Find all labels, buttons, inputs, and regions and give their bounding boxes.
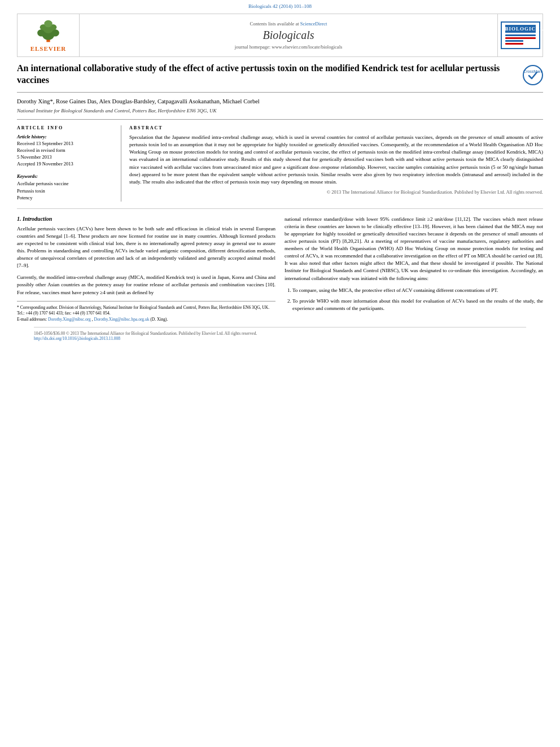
footnote-email: E-mail addresses: Dorothy.Xing@nibsc.org… <box>17 317 275 323</box>
journal-header: ELSEVIER Contents lists available at Sci… <box>17 14 543 57</box>
journal-badge-area: BIOLOGICALS <box>497 14 542 56</box>
footnote-email-link-2[interactable]: Dorothy.Xing@nibsc.hpa.org.uk <box>94 317 150 322</box>
doi-link[interactable]: http://dx.doi.org/10.1016/j.biologicals.… <box>34 336 526 341</box>
received-date: Received 13 September 2013 <box>17 141 113 147</box>
svg-point-8 <box>523 65 542 85</box>
crossmark-badge: CrossMark <box>523 65 543 85</box>
body-two-col: 1. Introduction Acellular pertussis vacc… <box>17 216 543 322</box>
citation-text: Biologicals 42 (2014) 101–108 <box>248 3 312 9</box>
bottom-bar: 1045-1056/$36.00 © 2013 The Internationa… <box>34 327 526 341</box>
badge-label: BIOLOGICALS <box>505 25 536 33</box>
abstract-label: ABSTRACT <box>129 125 543 130</box>
svg-text:CrossMark: CrossMark <box>523 69 542 73</box>
article-info-label: ARTICLE INFO <box>17 125 113 130</box>
keywords-block: Keywords: Acellular pertussis vaccine Pe… <box>17 173 113 202</box>
history-label: Article history: <box>17 134 113 139</box>
authors: Dorothy Xing*, Rose Gaines Das, Alex Dou… <box>17 97 543 106</box>
revised-date: 5 November 2013 <box>17 154 113 161</box>
journal-header-center: Contents lists available at ScienceDirec… <box>80 14 497 56</box>
article-history-block: Article history: Received 13 September 2… <box>17 134 113 168</box>
keyword-2: Pertussis toxin <box>17 187 113 195</box>
article-content: An international collaborative study of … <box>17 63 543 341</box>
journal-title-display: Biologicals <box>262 29 314 42</box>
badge-line-3 <box>505 40 523 42</box>
badge-line-2 <box>505 37 536 39</box>
intro-section-title: 1. Introduction <box>17 216 275 222</box>
badge-decoration <box>505 34 536 46</box>
aims-list: To compare, using the MICA, the protecti… <box>292 287 543 312</box>
keywords-label: Keywords: <box>17 173 113 179</box>
svg-point-7 <box>44 20 52 28</box>
article-info-column: ARTICLE INFO Article history: Received 1… <box>17 125 121 202</box>
copyright-line: © 2013 The International Alliance for Bi… <box>129 189 543 195</box>
elsevier-logo-area: ELSEVIER <box>18 14 80 56</box>
keyword-3: Potency <box>17 194 113 202</box>
badge-line-4 <box>505 43 523 45</box>
issn-text: 1045-1056/$36.00 © 2013 The Internationa… <box>34 331 526 336</box>
revised-label: Received in revised form <box>17 147 113 154</box>
intro-para-2: Currently, the modified intra-cerebral c… <box>17 274 275 296</box>
contents-line: Contents lists available at ScienceDirec… <box>250 21 327 27</box>
footnote-section: * Corresponding author. Division of Bact… <box>17 301 275 323</box>
keyword-1: Acellular pertussis vaccine <box>17 180 113 187</box>
section-divider <box>17 208 543 209</box>
article-info-abstract-layout: ARTICLE INFO Article history: Received 1… <box>17 119 543 202</box>
biologicals-badge: BIOLOGICALS <box>501 21 540 49</box>
body-right-column: national reference standard)/dose with l… <box>285 216 543 322</box>
footnote-email-link-1[interactable]: Dorothy.Xing@nibsc.org <box>48 317 92 322</box>
elsevier-logo: ELSEVIER <box>30 19 67 52</box>
body-left-column: 1. Introduction Acellular pertussis vacc… <box>17 216 275 322</box>
aim-1: To compare, using the MICA, the protecti… <box>292 287 543 294</box>
sciencedirect-link[interactable]: ScienceDirect <box>300 21 327 27</box>
accepted-date: Accepted 19 November 2013 <box>17 161 113 168</box>
article-title-section: An international collaborative study of … <box>17 63 543 93</box>
badge-line-1 <box>505 34 536 36</box>
elsevier-text: ELSEVIER <box>30 45 67 52</box>
abstract-column: ABSTRACT Speculation that the Japanese m… <box>121 125 543 202</box>
intro-para-1: Acellular pertussis vaccines (ACVs) have… <box>17 225 275 269</box>
aim-2: To provide WHO with more information abo… <box>292 298 543 312</box>
citation-bar: Biologicals 42 (2014) 101–108 <box>0 0 560 10</box>
right-para-1: national reference standard)/dose with l… <box>285 216 543 282</box>
journal-homepage: journal homepage: www.elsevier.com/locat… <box>235 44 343 50</box>
author-affiliation: National Institute for Biological Standa… <box>17 108 543 113</box>
abstract-text: Speculation that the Japanese modified i… <box>129 134 543 185</box>
article-title: An international collaborative study of … <box>17 63 517 86</box>
elsevier-tree-icon <box>33 19 64 44</box>
footnote-star: * Corresponding author. Division of Bact… <box>17 305 275 317</box>
